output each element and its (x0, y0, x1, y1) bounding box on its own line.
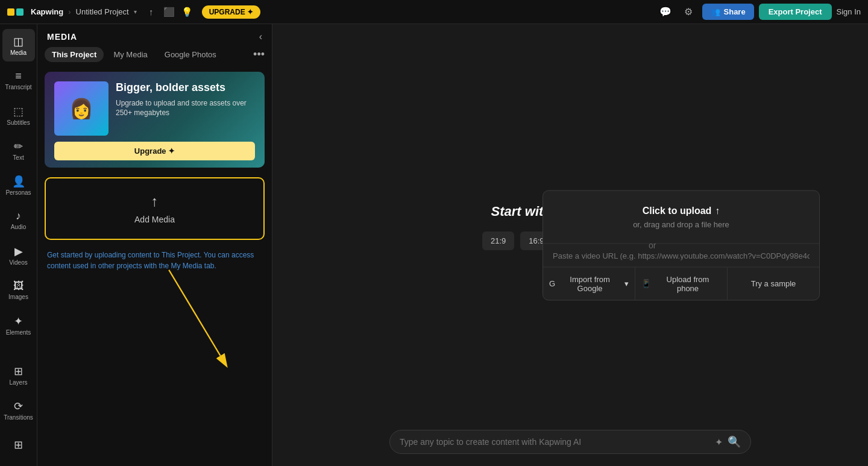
try-sample-label: Try a sample (751, 279, 796, 288)
sidebar-audio-label: Audio (11, 224, 27, 230)
ai-input[interactable] (400, 437, 710, 447)
bulb-icon-btn[interactable]: 💡 (180, 5, 195, 19)
project-name[interactable]: Untitled Project (76, 7, 129, 16)
sidebar-subtitles-label: Subtitles (7, 119, 30, 126)
ar-21-9[interactable]: 21:9 (482, 231, 514, 250)
left-sidebar: ◫ Media ≡ Transcript ⬚ Subtitles ✏ Text … (0, 24, 37, 466)
add-media-box[interactable]: ↑ Add Media (45, 177, 265, 240)
topbar-action-icons: ↑ ⬛ 💡 (144, 5, 195, 19)
upgrade-card-text: Bigger, bolder assets Upgrade to upload … (116, 81, 255, 136)
url-input-row (543, 244, 819, 267)
panel-close-button[interactable]: ‹ (259, 31, 262, 42)
personas-icon: 👤 (12, 175, 25, 188)
transitions-icon: ⟳ (14, 400, 23, 413)
sidebar-item-images[interactable]: 🖼 Images (2, 274, 35, 306)
audio-icon: ♪ (16, 210, 21, 222)
upgrade-card-image: 👩 (54, 81, 108, 136)
sidebar-item-grid[interactable]: ⊞ (2, 429, 35, 461)
upgrade-card: 👩 Bigger, bolder assets Upgrade to uploa… (45, 72, 265, 168)
sidebar-item-media[interactable]: ◫ Media (2, 29, 35, 61)
images-icon: 🖼 (13, 280, 24, 292)
project-caret[interactable]: ▾ (134, 8, 137, 15)
sidebar-item-elements[interactable]: ✦ Elements (2, 309, 35, 341)
media-panel-header: MEDIA ‹ (37, 24, 272, 47)
comments-icon[interactable]: 💬 (656, 3, 675, 21)
sidebar-text-label: Text (13, 154, 24, 161)
elements-icon: ✦ (14, 315, 23, 328)
videos-icon: ▶ (14, 245, 23, 258)
upload-title: Click to upload ↑ (643, 205, 720, 216)
url-input[interactable] (553, 251, 810, 260)
sidebar-videos-label: Videos (9, 259, 27, 266)
tab-google-photos[interactable]: Google Photos (157, 47, 224, 62)
upload-area: Click to upload ↑ or, drag and drop a fi… (542, 190, 820, 300)
sidebar-images-label: Images (8, 294, 28, 300)
grid-icon: ⊞ (14, 438, 23, 452)
sidebar-transitions-label: Transitions (4, 414, 33, 421)
upload-up-icon: ↑ (715, 205, 720, 216)
canvas-or-text: or (649, 241, 656, 250)
sidebar-transcript-label: Transcript (5, 84, 31, 90)
upgrade-card-left: 👩 Bigger, bolder assets Upgrade to uploa… (54, 81, 255, 136)
topbar-right: 💬 ⚙ 👥 Share Export Project Sign In (656, 3, 861, 21)
sidebar-personas-label: Personas (5, 189, 31, 196)
logo-teal-sq (16, 8, 24, 16)
sidebar-item-text[interactable]: ✏ Text (2, 134, 35, 166)
media-panel: MEDIA ‹ This Project My Media Google Pho… (37, 24, 272, 466)
topbar: Kapwing › Untitled Project ▾ ↑ ⬛ 💡 UPGRA… (0, 0, 868, 24)
sidebar-item-subtitles[interactable]: ⬚ Subtitles (2, 99, 35, 131)
add-media-label: Add Media (134, 215, 175, 224)
media-icon: ◫ (13, 35, 24, 48)
share-icon-btn[interactable]: ↑ (144, 5, 159, 19)
ai-sparkle-icon: ✦ (715, 436, 723, 448)
sidebar-media-label: Media (10, 49, 27, 56)
monitor-icon-btn[interactable]: ⬛ (162, 5, 177, 19)
text-icon: ✏ (14, 140, 23, 153)
upgrade-card-content: 👩 Bigger, bolder assets Upgrade to uploa… (45, 72, 265, 168)
tab-my-media[interactable]: My Media (106, 47, 154, 62)
import-google-button[interactable]: G Import from Google ▾ (543, 267, 635, 300)
upgrade-card-button[interactable]: Upgrade ✦ (54, 142, 255, 160)
share-label: Share (724, 7, 746, 16)
sidebar-elements-label: Elements (6, 329, 31, 336)
upgrade-card-desc: Upgrade to upload and store assets over … (116, 98, 255, 119)
signin-button[interactable]: Sign In (837, 7, 861, 16)
tabs-more-button[interactable]: ••• (253, 48, 265, 61)
upload-dropzone[interactable]: Click to upload ↑ or, drag and drop a fi… (543, 190, 819, 244)
sidebar-item-transcript[interactable]: ≡ Transcript (2, 64, 35, 96)
subtitles-icon: ⬚ (13, 105, 24, 118)
google-caret: ▾ (624, 279, 629, 288)
share-button[interactable]: 👥 Share (702, 4, 754, 20)
sidebar-item-audio[interactable]: ♪ Audio (2, 204, 35, 236)
upload-phone-button[interactable]: 📱 Upload from phone (635, 267, 728, 300)
upgrade-button[interactable]: UPGRADE ✦ (202, 5, 260, 19)
sidebar-item-videos[interactable]: ▶ Videos (2, 239, 35, 271)
nav-separator: › (68, 7, 71, 16)
media-panel-title: MEDIA (47, 32, 77, 42)
ai-search-icon[interactable]: 🔍 (728, 435, 741, 449)
sidebar-item-transitions[interactable]: ⟳ Transitions (2, 394, 35, 426)
sidebar-layers-label: Layers (9, 379, 27, 386)
google-icon: G (549, 279, 555, 288)
import-google-label: Import from Google (559, 274, 621, 292)
upload-phone-label: Upload from phone (655, 274, 721, 292)
add-media-icon: ↑ (151, 193, 159, 210)
export-button[interactable]: Export Project (759, 4, 832, 20)
logo-yellow-sq (7, 8, 14, 16)
media-helper-text: Get started by uploading content to This… (37, 245, 272, 281)
upload-sub-text: or, drag and drop a file here (633, 219, 729, 228)
media-tabs: This Project My Media Google Photos ••• (37, 47, 272, 67)
settings-icon[interactable]: ⚙ (679, 3, 697, 21)
sidebar-item-personas[interactable]: 👤 Personas (2, 169, 35, 201)
import-row: G Import from Google ▾ 📱 Upload from pho… (543, 267, 819, 300)
logo (7, 8, 24, 16)
upload-label-text: Click to upload (643, 205, 712, 216)
canvas-area: Start with a blank canvas 21:9 16:9 1:1 … (272, 24, 868, 466)
sidebar-item-layers[interactable]: ⊞ Layers (2, 359, 35, 391)
tab-this-project[interactable]: This Project (45, 47, 104, 62)
phone-icon: 📱 (641, 279, 651, 288)
layers-icon: ⊞ (14, 365, 23, 378)
share-icon: 👥 (711, 7, 720, 16)
right-upload-section: Click to upload ↑ or, drag and drop a fi… (542, 190, 820, 300)
try-sample-button[interactable]: Try a sample (728, 267, 819, 300)
